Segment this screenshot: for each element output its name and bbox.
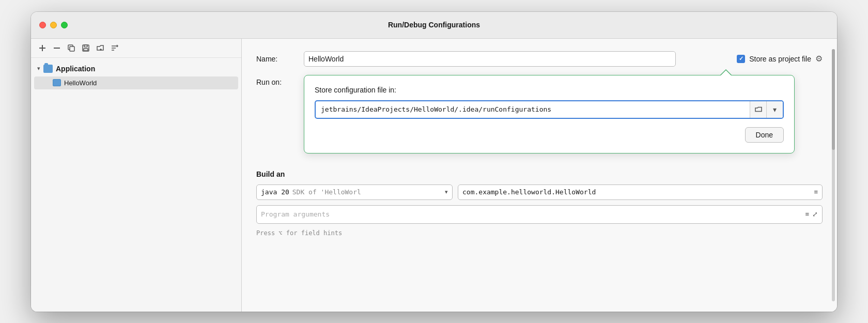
main-class-browse-icon[interactable]: ≡	[814, 188, 818, 196]
jdk-chevron-icon: ▾	[445, 189, 448, 195]
svg-rect-3	[70, 47, 74, 51]
build-section: Build an java 20 SDK of 'HelloWorl ▾ com…	[256, 170, 823, 237]
hints-text: Press ⌥ for field hints	[256, 229, 342, 237]
popup-footer: Done	[315, 127, 784, 143]
svg-rect-6	[84, 49, 88, 51]
traffic-lights	[39, 22, 68, 28]
new-folder-button[interactable]	[96, 44, 104, 52]
jdk-version: java 20	[261, 188, 289, 196]
popup-title: Store configuration file in:	[315, 86, 784, 94]
window-title: Run/Debug Configurations	[388, 21, 480, 29]
hints-row: Press ⌥ for field hints	[256, 228, 823, 237]
jdk-sdk-text: SDK of 'HelloWorl	[292, 188, 361, 196]
store-config-popup: Store configuration file in: ▾ Done	[304, 75, 795, 153]
save-config-button[interactable]	[82, 44, 90, 52]
scrollbar-thumb	[832, 49, 835, 150]
jdk-selector[interactable]: java 20 SDK of 'HelloWorl ▾	[256, 184, 453, 200]
item-icon	[53, 79, 61, 86]
name-label: Name:	[256, 55, 298, 63]
item-label: HelloWorld	[64, 79, 97, 87]
browse-folder-button[interactable]	[750, 101, 766, 118]
main-class-value: com.example.helloworld.HelloWorld	[462, 188, 811, 196]
dropdown-button[interactable]: ▾	[766, 101, 783, 118]
add-config-button[interactable]	[38, 44, 47, 52]
sidebar: ▾ Application HelloWorld	[31, 39, 242, 312]
program-args-browse-icon[interactable]: ≡	[805, 210, 809, 218]
expand-icon[interactable]: ⤢	[812, 210, 818, 218]
sidebar-toolbar	[31, 39, 241, 58]
close-button[interactable]	[39, 22, 46, 28]
store-project-row: Store as project file ⚙	[737, 54, 823, 64]
popup-path-input[interactable]	[316, 101, 750, 118]
name-row: Name: Store as project file ⚙	[256, 51, 823, 67]
minimize-button[interactable]	[50, 22, 57, 28]
remove-config-button[interactable]	[53, 44, 61, 52]
program-args-placeholder: Program arguments	[261, 210, 802, 218]
main-class-row: com.example.helloworld.HelloWorld ≡	[458, 184, 823, 200]
store-project-label: Store as project file	[749, 55, 811, 63]
jdk-row: java 20 SDK of 'HelloWorl ▾ com.example.…	[256, 184, 823, 200]
popup-path-row: ▾	[315, 100, 784, 119]
store-project-checkbox[interactable]	[737, 55, 745, 63]
svg-rect-5	[84, 45, 87, 47]
group-label: Application	[56, 65, 95, 73]
copy-config-button[interactable]	[67, 44, 75, 52]
done-button[interactable]: Done	[745, 127, 784, 143]
app-window: Run/Debug Configurations	[31, 12, 837, 312]
build-label: Build an	[256, 170, 823, 178]
gear-icon[interactable]: ⚙	[815, 54, 823, 64]
application-folder-icon	[43, 65, 53, 73]
run-on-row: Run on: Store configuration file in: ▾	[256, 75, 823, 153]
popup-container: Store configuration file in: ▾ Done	[304, 75, 823, 153]
sidebar-tree: ▾ Application HelloWorld	[31, 58, 241, 312]
titlebar: Run/Debug Configurations	[31, 12, 837, 39]
sidebar-group-application[interactable]: ▾ Application	[31, 62, 241, 75]
right-panel: Name: Store as project file ⚙ Run on: St…	[242, 39, 837, 312]
main-content: ▾ Application HelloWorld Name: Store as …	[31, 39, 837, 312]
name-input[interactable]	[304, 51, 676, 67]
sort-button[interactable]	[111, 44, 119, 52]
program-args-row[interactable]: Program arguments ≡ ⤢	[256, 205, 823, 224]
sidebar-item-helloworld[interactable]: HelloWorld	[34, 76, 238, 89]
run-on-label: Run on:	[256, 78, 298, 86]
chevron-down-icon: ▾	[37, 65, 40, 72]
scrollbar[interactable]	[832, 49, 835, 301]
maximize-button[interactable]	[61, 22, 68, 28]
